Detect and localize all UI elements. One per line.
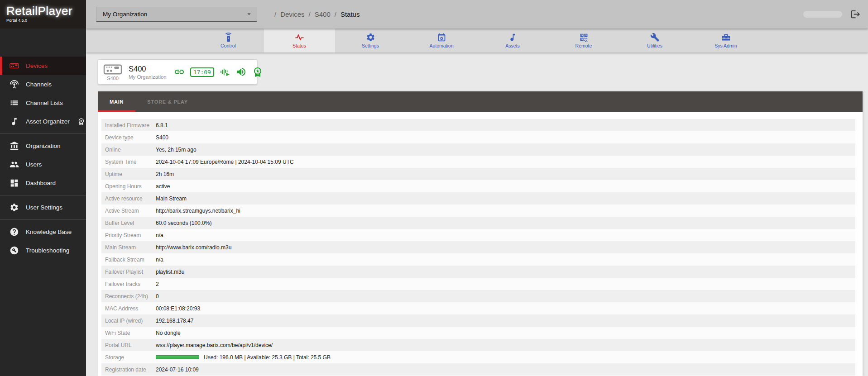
link-icon bbox=[174, 67, 185, 77]
gear-icon bbox=[10, 203, 19, 212]
breadcrumb-separator: / bbox=[335, 10, 336, 18]
list-icon bbox=[10, 98, 19, 108]
sidebar: RetailPlayer Portal 4.5.0 Devices Channe… bbox=[0, 0, 86, 376]
tab-utilities[interactable]: Utilities bbox=[619, 29, 691, 52]
sidebar-item-organization[interactable]: Organization bbox=[0, 137, 86, 155]
sidebar-divider bbox=[0, 133, 86, 134]
link-icon bbox=[174, 67, 185, 77]
device-tab-bar: Control Status Settings Automation Asset… bbox=[86, 29, 868, 52]
volume-up-icon bbox=[236, 67, 247, 77]
wrench-icon bbox=[650, 33, 660, 42]
sidebar-group-admin: Organization Users Dashboard bbox=[0, 137, 86, 192]
table-row: Portal URL wss://player.manage.barix.com… bbox=[101, 339, 855, 351]
dashboard-icon bbox=[10, 178, 19, 188]
award-icon bbox=[77, 118, 85, 125]
player-device-icon bbox=[10, 61, 19, 71]
table-row: Local IP (wired) 192.168.178.47 bbox=[101, 314, 855, 327]
sidebar-divider bbox=[0, 195, 86, 195]
device-status-icons: 17:09 bbox=[174, 67, 263, 77]
table-row: WiFi State No dongle bbox=[101, 327, 855, 339]
qr-code-icon bbox=[579, 33, 589, 42]
device-model-label: S400 bbox=[107, 76, 119, 81]
content-tab-main[interactable]: MAIN bbox=[98, 91, 135, 112]
music-note-icon bbox=[508, 33, 518, 42]
table-row: Fallback Stream n/a bbox=[101, 253, 855, 266]
content-area: S400 S400 My Organization 17:09 bbox=[86, 52, 868, 376]
sidebar-item-troubleshooting[interactable]: Troubleshooting bbox=[0, 241, 86, 260]
device-organization: My Organization bbox=[129, 74, 167, 80]
table-row: Registration date 2024-07-16 10:09 bbox=[101, 363, 855, 376]
audio-wave-play-icon bbox=[220, 67, 230, 77]
device-title: S400 bbox=[129, 65, 167, 73]
sidebar-item-asset-organizer[interactable]: Asset Organizer bbox=[0, 112, 86, 131]
table-row: Active Stream http://barix.streamguys.ne… bbox=[101, 205, 855, 217]
sidebar-nav: Devices Channels Channel Lists Asset Org… bbox=[0, 57, 86, 260]
breadcrumb-devices[interactable]: Devices bbox=[280, 10, 304, 18]
award-icon bbox=[252, 67, 263, 77]
audio-wave-play-icon bbox=[220, 67, 230, 77]
table-row: Opening Hours active bbox=[101, 180, 855, 192]
sidebar-item-devices[interactable]: Devices bbox=[0, 57, 86, 75]
calendar-gear-icon bbox=[437, 33, 446, 42]
table-row: System Time 2024-10-04 17:09 Europe/Rome… bbox=[101, 156, 855, 168]
breadcrumb-separator: / bbox=[309, 10, 311, 18]
device-details-table: Installed Firmware 6.8.1 Device type S40… bbox=[98, 112, 863, 376]
help-circle-icon bbox=[10, 227, 19, 237]
device-thumbnail: S400 bbox=[103, 63, 123, 81]
sidebar-group-content: Devices Channels Channel Lists Asset Org… bbox=[0, 57, 86, 131]
logout-icon[interactable] bbox=[850, 9, 861, 19]
wrench-circle-icon bbox=[10, 246, 19, 255]
pulse-icon bbox=[295, 33, 304, 42]
sidebar-item-channel-lists[interactable]: Channel Lists bbox=[0, 94, 86, 112]
details-panel: MAIN STORE & PLAY Installed Firmware 6.8… bbox=[98, 91, 863, 376]
toolbox-icon bbox=[721, 33, 731, 42]
device-clock-display: 17:09 bbox=[190, 67, 214, 77]
content-tab-bar: MAIN STORE & PLAY bbox=[98, 91, 863, 112]
sidebar-group-settings: User Settings bbox=[0, 198, 86, 217]
breadcrumb-status: Status bbox=[340, 10, 360, 18]
music-note-icon bbox=[10, 117, 19, 126]
sidebar-divider bbox=[0, 219, 86, 220]
caret-down-icon bbox=[245, 10, 253, 18]
users-icon bbox=[10, 160, 19, 169]
user-pill[interactable] bbox=[803, 11, 842, 18]
tab-remote[interactable]: Remote bbox=[548, 29, 619, 52]
table-row: Storage Used: 196.0 MB | Available: 25.3… bbox=[101, 351, 855, 363]
table-row: Online Yes, 2h 15m ago bbox=[101, 143, 855, 156]
app-root: RetailPlayer Portal 4.5.0 Devices Channe… bbox=[0, 0, 868, 376]
award-icon bbox=[252, 67, 263, 77]
organization-select[interactable]: My Organization bbox=[96, 7, 257, 22]
antenna-icon bbox=[10, 80, 19, 89]
table-row: Failover tracks 2 bbox=[101, 278, 855, 290]
table-row: Failover Playlist playlist.m3u bbox=[101, 266, 855, 278]
device-clock: 17:09 bbox=[190, 67, 214, 77]
tab-status[interactable]: Status bbox=[264, 29, 335, 52]
tab-control[interactable]: Control bbox=[193, 29, 264, 52]
storage-usage-bar bbox=[156, 355, 199, 359]
organization-select-value: My Organization bbox=[103, 11, 147, 18]
tab-sysadmin[interactable]: Sys Admin bbox=[691, 29, 762, 52]
top-header-bar: My Organization / Devices / S400 / Statu… bbox=[86, 0, 868, 29]
sidebar-item-knowledge-base[interactable]: Knowledge Base bbox=[0, 223, 86, 241]
tab-assets[interactable]: Assets bbox=[477, 29, 548, 52]
table-row: Installed Firmware 6.8.1 bbox=[101, 119, 855, 131]
main-column: My Organization / Devices / S400 / Statu… bbox=[86, 0, 868, 376]
breadcrumb: / Devices / S400 / Status bbox=[274, 10, 360, 18]
device-card: S400 S400 My Organization 17:09 bbox=[98, 59, 257, 85]
table-row: Active resource Main Stream bbox=[101, 192, 855, 205]
brand-subtitle: Portal 4.5.0 bbox=[6, 18, 86, 23]
sidebar-item-users[interactable]: Users bbox=[0, 155, 86, 174]
volume-up-icon bbox=[236, 67, 247, 77]
table-row: Buffer Level 60.0 seconds (100.0%) bbox=[101, 217, 855, 229]
breadcrumb-s400[interactable]: S400 bbox=[315, 10, 331, 18]
tab-automation[interactable]: Automation bbox=[406, 29, 477, 52]
player-device-icon bbox=[103, 63, 123, 76]
sidebar-item-dashboard[interactable]: Dashboard bbox=[0, 174, 86, 192]
sidebar-item-user-settings[interactable]: User Settings bbox=[0, 198, 86, 217]
tab-settings[interactable]: Settings bbox=[335, 29, 406, 52]
table-row: Main Stream http://www.barix.com/radio.m… bbox=[101, 241, 855, 253]
sidebar-item-channels[interactable]: Channels bbox=[0, 75, 86, 94]
brand-logo: RetailPlayer Portal 4.5.0 bbox=[0, 0, 86, 29]
content-tab-store-play[interactable]: STORE & PLAY bbox=[135, 91, 200, 112]
device-titles: S400 My Organization bbox=[129, 65, 167, 80]
